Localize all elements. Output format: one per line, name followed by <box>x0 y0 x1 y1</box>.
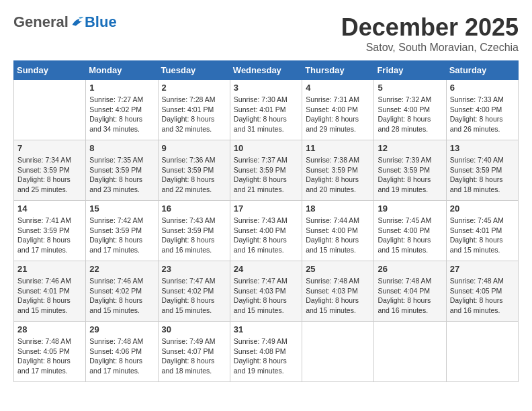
day-info: Sunrise: 7:44 AMSunset: 4:00 PMDaylight:… <box>306 216 370 255</box>
day-info: Sunrise: 7:42 AMSunset: 3:59 PMDaylight:… <box>89 216 154 255</box>
calendar-cell: 29Sunrise: 7:48 AMSunset: 4:06 PMDayligh… <box>86 322 158 382</box>
calendar-cell: 17Sunrise: 7:43 AMSunset: 4:00 PMDayligh… <box>230 201 302 261</box>
calendar-cell: 13Sunrise: 7:40 AMSunset: 3:59 PMDayligh… <box>446 140 518 201</box>
weekday-header-wednesday: Wednesday <box>230 61 302 80</box>
day-info: Sunrise: 7:46 AMSunset: 4:01 PMDaylight:… <box>17 276 82 316</box>
calendar-cell: 3Sunrise: 7:30 AMSunset: 4:01 PMDaylight… <box>230 80 302 140</box>
weekday-header-thursday: Thursday <box>302 61 374 80</box>
calendar-cell: 25Sunrise: 7:48 AMSunset: 4:03 PMDayligh… <box>302 261 374 322</box>
weekday-header-row: SundayMondayTuesdayWednesdayThursdayFrid… <box>14 61 519 80</box>
calendar-week-row: 7Sunrise: 7:34 AMSunset: 3:59 PMDaylight… <box>14 140 519 201</box>
day-number: 7 <box>17 143 82 153</box>
day-info: Sunrise: 7:48 AMSunset: 4:06 PMDaylight:… <box>89 336 154 376</box>
logo: General Blue <box>13 13 117 31</box>
logo-general-text: General <box>13 13 69 31</box>
logo-blue-text: Blue <box>85 13 117 31</box>
calendar-cell: 20Sunrise: 7:45 AMSunset: 4:01 PMDayligh… <box>446 201 518 261</box>
day-info: Sunrise: 7:40 AMSunset: 3:59 PMDaylight:… <box>450 155 515 195</box>
day-info: Sunrise: 7:43 AMSunset: 4:00 PMDaylight:… <box>234 216 298 255</box>
calendar-cell: 1Sunrise: 7:27 AMSunset: 4:02 PMDaylight… <box>86 80 158 140</box>
weekday-header-sunday: Sunday <box>14 61 86 80</box>
day-number: 31 <box>234 324 298 334</box>
calendar-cell: 10Sunrise: 7:37 AMSunset: 3:59 PMDayligh… <box>230 140 302 201</box>
calendar-cell: 18Sunrise: 7:44 AMSunset: 4:00 PMDayligh… <box>302 201 374 261</box>
day-info: Sunrise: 7:48 AMSunset: 4:04 PMDaylight:… <box>378 276 442 316</box>
day-info: Sunrise: 7:45 AMSunset: 4:00 PMDaylight:… <box>378 216 442 255</box>
day-number: 29 <box>89 324 154 334</box>
calendar-cell <box>302 322 374 382</box>
calendar-cell: 2Sunrise: 7:28 AMSunset: 4:01 PMDaylight… <box>158 80 230 140</box>
calendar-table: SundayMondayTuesdayWednesdayThursdayFrid… <box>13 60 519 382</box>
location-subtitle: Satov, South Moravian, Czechia <box>341 42 519 54</box>
calendar-cell: 14Sunrise: 7:41 AMSunset: 3:59 PMDayligh… <box>14 201 86 261</box>
day-number: 1 <box>89 83 154 93</box>
day-number: 12 <box>378 143 442 153</box>
calendar-cell <box>374 322 446 382</box>
day-number: 8 <box>89 143 154 153</box>
day-number: 15 <box>89 203 154 214</box>
calendar-cell: 16Sunrise: 7:43 AMSunset: 3:59 PMDayligh… <box>158 201 230 261</box>
day-info: Sunrise: 7:33 AMSunset: 4:00 PMDaylight:… <box>450 95 515 134</box>
day-number: 30 <box>162 324 226 334</box>
calendar-week-row: 14Sunrise: 7:41 AMSunset: 3:59 PMDayligh… <box>14 201 519 261</box>
calendar-cell: 12Sunrise: 7:39 AMSunset: 3:59 PMDayligh… <box>374 140 446 201</box>
day-number: 25 <box>306 264 370 274</box>
day-info: Sunrise: 7:41 AMSunset: 3:59 PMDaylight:… <box>17 216 82 255</box>
day-number: 23 <box>162 264 226 274</box>
calendar-cell: 11Sunrise: 7:38 AMSunset: 3:59 PMDayligh… <box>302 140 374 201</box>
day-info: Sunrise: 7:47 AMSunset: 4:03 PMDaylight:… <box>234 276 298 316</box>
day-number: 26 <box>378 264 442 274</box>
page-header: General Blue December 2025 Satov, South … <box>13 13 519 54</box>
calendar-cell: 28Sunrise: 7:48 AMSunset: 4:05 PMDayligh… <box>14 322 86 382</box>
day-number: 19 <box>378 203 442 214</box>
calendar-week-row: 21Sunrise: 7:46 AMSunset: 4:01 PMDayligh… <box>14 261 519 322</box>
day-number: 27 <box>450 264 515 274</box>
calendar-cell: 4Sunrise: 7:31 AMSunset: 4:00 PMDaylight… <box>302 80 374 140</box>
day-number: 9 <box>162 143 226 153</box>
day-number: 4 <box>306 83 370 93</box>
calendar-cell: 31Sunrise: 7:49 AMSunset: 4:08 PMDayligh… <box>230 322 302 382</box>
calendar-week-row: 1Sunrise: 7:27 AMSunset: 4:02 PMDaylight… <box>14 80 519 140</box>
day-number: 14 <box>17 203 82 214</box>
day-number: 6 <box>450 83 515 93</box>
calendar-cell <box>14 80 86 140</box>
logo-bird-icon <box>70 15 85 30</box>
weekday-header-monday: Monday <box>86 61 158 80</box>
day-info: Sunrise: 7:30 AMSunset: 4:01 PMDaylight:… <box>234 95 298 134</box>
day-info: Sunrise: 7:39 AMSunset: 3:59 PMDaylight:… <box>378 155 442 195</box>
calendar-cell: 26Sunrise: 7:48 AMSunset: 4:04 PMDayligh… <box>374 261 446 322</box>
day-info: Sunrise: 7:46 AMSunset: 4:02 PMDaylight:… <box>89 276 154 316</box>
day-number: 2 <box>162 83 226 93</box>
day-number: 16 <box>162 203 226 214</box>
calendar-cell <box>446 322 518 382</box>
calendar-cell: 19Sunrise: 7:45 AMSunset: 4:00 PMDayligh… <box>374 201 446 261</box>
day-info: Sunrise: 7:43 AMSunset: 3:59 PMDaylight:… <box>162 216 226 255</box>
day-number: 10 <box>234 143 298 153</box>
weekday-header-tuesday: Tuesday <box>158 61 230 80</box>
day-info: Sunrise: 7:48 AMSunset: 4:05 PMDaylight:… <box>17 336 82 376</box>
day-number: 3 <box>234 83 298 93</box>
day-info: Sunrise: 7:48 AMSunset: 4:03 PMDaylight:… <box>306 276 370 316</box>
title-area: December 2025 Satov, South Moravian, Cze… <box>341 13 519 54</box>
day-number: 17 <box>234 203 298 214</box>
day-info: Sunrise: 7:27 AMSunset: 4:02 PMDaylight:… <box>89 95 154 134</box>
calendar-cell: 24Sunrise: 7:47 AMSunset: 4:03 PMDayligh… <box>230 261 302 322</box>
calendar-cell: 9Sunrise: 7:36 AMSunset: 3:59 PMDaylight… <box>158 140 230 201</box>
day-info: Sunrise: 7:38 AMSunset: 3:59 PMDaylight:… <box>306 155 370 195</box>
day-number: 21 <box>17 264 82 274</box>
month-title: December 2025 <box>341 13 519 42</box>
day-info: Sunrise: 7:47 AMSunset: 4:02 PMDaylight:… <box>162 276 226 316</box>
day-info: Sunrise: 7:34 AMSunset: 3:59 PMDaylight:… <box>17 155 82 195</box>
day-info: Sunrise: 7:49 AMSunset: 4:08 PMDaylight:… <box>234 336 298 376</box>
calendar-cell: 15Sunrise: 7:42 AMSunset: 3:59 PMDayligh… <box>86 201 158 261</box>
day-info: Sunrise: 7:37 AMSunset: 3:59 PMDaylight:… <box>234 155 298 195</box>
day-number: 13 <box>450 143 515 153</box>
calendar-cell: 27Sunrise: 7:48 AMSunset: 4:05 PMDayligh… <box>446 261 518 322</box>
calendar-cell: 5Sunrise: 7:32 AMSunset: 4:00 PMDaylight… <box>374 80 446 140</box>
day-number: 24 <box>234 264 298 274</box>
weekday-header-saturday: Saturday <box>446 61 518 80</box>
day-number: 20 <box>450 203 515 214</box>
day-info: Sunrise: 7:35 AMSunset: 3:59 PMDaylight:… <box>89 155 154 195</box>
weekday-header-friday: Friday <box>374 61 446 80</box>
calendar-cell: 23Sunrise: 7:47 AMSunset: 4:02 PMDayligh… <box>158 261 230 322</box>
